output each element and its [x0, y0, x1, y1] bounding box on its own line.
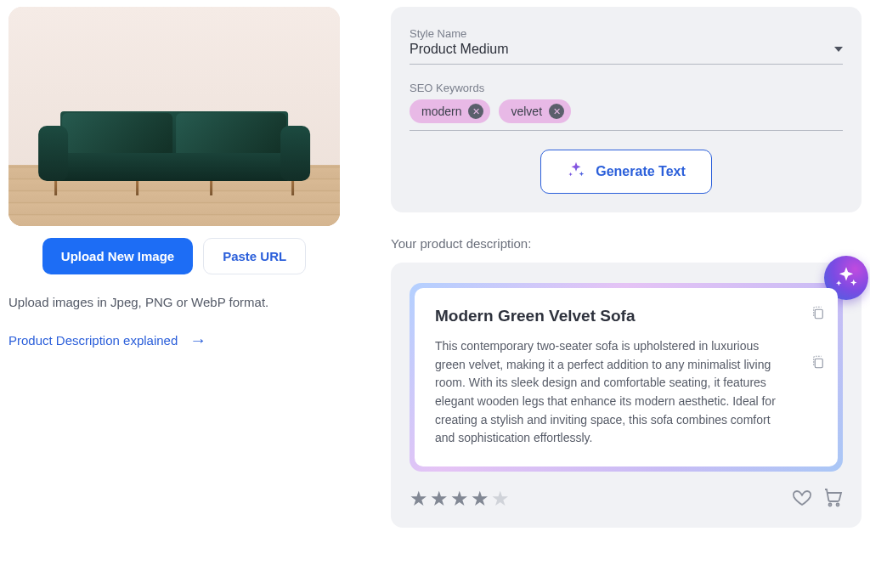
- paste-url-button[interactable]: Paste URL: [203, 238, 306, 274]
- description-frame: Modern Green Velvet Sofa This contempora…: [410, 283, 843, 472]
- cart-icon[interactable]: [822, 487, 843, 511]
- upload-format-hint: Upload images in Jpeg, PNG or WebP forma…: [8, 295, 340, 309]
- keyword-chip-modern[interactable]: modern ✕: [410, 99, 490, 123]
- product-image-preview: [8, 7, 340, 226]
- sparkle-icon: [567, 161, 585, 183]
- svg-point-2: [829, 504, 832, 506]
- star-icon[interactable]: ★: [450, 487, 469, 511]
- result-title: Modern Green Velvet Sofa: [435, 307, 817, 325]
- copy-title-icon[interactable]: [811, 305, 826, 324]
- seo-keywords-label: SEO Keywords: [410, 82, 843, 94]
- style-name-label: Style Name: [410, 27, 843, 40]
- style-name-value: Product Medium: [410, 42, 509, 57]
- seo-keywords-field[interactable]: SEO Keywords modern ✕ velvet ✕: [410, 76, 843, 131]
- output-card: Modern Green Velvet Sofa This contempora…: [391, 263, 862, 528]
- heart-icon[interactable]: [792, 487, 812, 511]
- rating-stars[interactable]: ★ ★ ★ ★ ★: [410, 487, 510, 511]
- close-icon[interactable]: ✕: [549, 104, 564, 119]
- result-body: This contemporary two-seater sofa is uph…: [435, 337, 817, 448]
- generate-text-button[interactable]: Generate Text: [540, 150, 712, 194]
- star-icon[interactable]: ★: [471, 487, 489, 511]
- close-icon[interactable]: ✕: [468, 104, 483, 119]
- help-link-label: Product Description explained: [8, 333, 178, 348]
- arrow-right-icon: →: [189, 331, 206, 348]
- star-icon[interactable]: ★: [430, 487, 449, 511]
- svg-rect-0: [815, 309, 822, 319]
- output-section-label: Your product description:: [391, 236, 862, 251]
- style-name-select[interactable]: Style Name Product Medium: [410, 22, 843, 65]
- keyword-chip-label: modern: [421, 105, 461, 118]
- keyword-chip-velvet[interactable]: velvet ✕: [499, 99, 571, 123]
- keyword-chip-label: velvet: [511, 105, 542, 118]
- product-description-explained-link[interactable]: Product Description explained →: [8, 331, 340, 348]
- config-card: Style Name Product Medium SEO Keywords m…: [391, 7, 862, 212]
- upload-new-image-button[interactable]: Upload New Image: [42, 238, 193, 274]
- svg-rect-1: [815, 359, 822, 368]
- chevron-down-icon: [834, 47, 843, 52]
- star-icon[interactable]: ★: [491, 487, 510, 511]
- generate-text-label: Generate Text: [596, 164, 686, 179]
- star-icon[interactable]: ★: [410, 487, 428, 511]
- svg-point-3: [837, 504, 839, 506]
- copy-body-icon[interactable]: [811, 354, 826, 373]
